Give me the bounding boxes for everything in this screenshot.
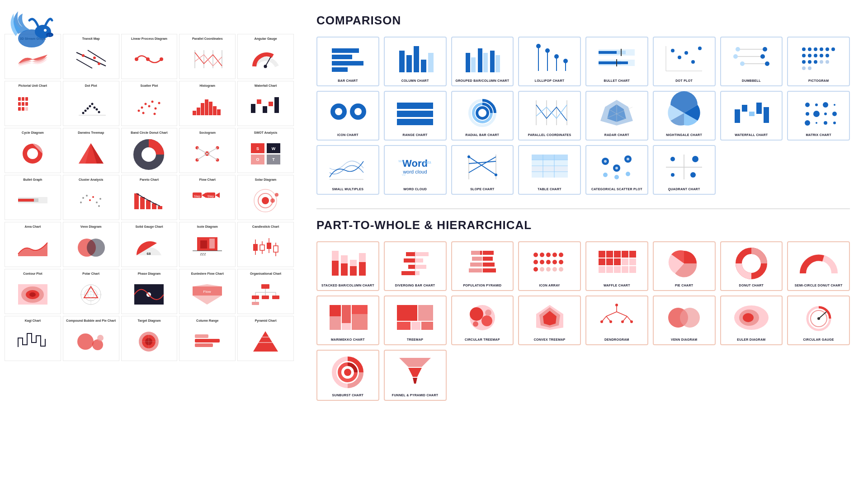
catalog-item-label: STACKED BAR/COLUMN CHART xyxy=(321,283,374,287)
chart-card-parallel-coords[interactable]: Parallel Coordinates xyxy=(179,34,236,79)
chart-card-eulerflow[interactable]: Eunledere Flow Chart Flow xyxy=(179,269,236,314)
catalog-funnel[interactable]: FUNNEL & PYRAMID CHART xyxy=(384,350,447,401)
catalog-pictogram[interactable]: PICTOGRAM xyxy=(787,37,850,86)
chart-card-org[interactable]: Organisational Chart xyxy=(237,269,294,314)
catalog-bar-chart[interactable]: BAR CHART xyxy=(316,37,379,86)
chart-card-bullet[interactable]: Bullet Graph xyxy=(5,175,61,220)
catalog-waffle[interactable]: WAFFLE CHART xyxy=(585,241,648,291)
catalog-euler[interactable]: EULER DIAGRAM xyxy=(720,296,783,345)
chart-card-compound[interactable]: Compound Bubble and Pie Chart xyxy=(63,316,119,361)
svg-point-37 xyxy=(95,108,98,111)
catalog-semi-donut[interactable]: SEMI-CIRCLE DONUT CHART xyxy=(787,241,850,291)
chart-card-polar[interactable]: Polar Chart xyxy=(63,269,119,314)
chart-card-histogram[interactable]: Histogram xyxy=(179,81,236,126)
chart-visual xyxy=(8,89,58,123)
svg-text:S: S xyxy=(256,146,259,151)
svg-point-222 xyxy=(808,60,811,64)
catalog-range-chart[interactable]: RANGE CHART xyxy=(384,91,447,141)
svg-rect-277 xyxy=(532,155,568,160)
catalog-column-chart[interactable]: COLUMN CHART xyxy=(384,37,447,86)
chart-card-isole[interactable]: Isole Diagram ZZZ xyxy=(179,222,236,267)
catalog-diverging-bar[interactable]: DIVERGING BAR CHART xyxy=(384,241,447,291)
chart-card-angular-gauge[interactable]: Angular Gauge xyxy=(237,34,294,79)
catalog-lollipop[interactable]: LOLLIPOP CHART xyxy=(518,37,581,86)
chart-card-pictorial[interactable]: Pictorial Unit Chart xyxy=(5,81,61,126)
chart-card-solar[interactable]: Solar Diagram xyxy=(237,175,294,220)
chart-card-band-circle[interactable]: Band Circle Donut Chart xyxy=(121,128,178,173)
chart-preview xyxy=(521,41,578,76)
catalog-radar[interactable]: RADAR CHART xyxy=(585,91,648,141)
catalog-donut[interactable]: DONUT CHART xyxy=(720,241,783,291)
svg-point-86 xyxy=(86,195,88,197)
catalog-grouped-bar[interactable]: GROUPED BAR/COLUMN CHART xyxy=(451,37,514,86)
chart-card-solid-gauge[interactable]: Solid Gauge Chart 68 xyxy=(121,222,178,267)
catalog-circular-gauge[interactable]: CIRCULAR GAUGE xyxy=(787,296,850,345)
chart-card-phase[interactable]: Phase Diagram xyxy=(121,269,178,314)
chart-card-linear-process[interactable]: Linear Process Diagram xyxy=(121,34,178,79)
chart-card-darwin-treemap[interactable]: Darwins Treemap xyxy=(63,128,119,173)
svg-point-338 xyxy=(540,267,544,272)
catalog-treemap[interactable]: TREEMAP xyxy=(384,296,447,345)
svg-point-43 xyxy=(151,101,154,103)
chart-visual xyxy=(124,42,175,76)
chart-card-column-range[interactable]: Column Range xyxy=(179,316,236,361)
chart-preview xyxy=(319,41,377,76)
catalog-marimekko[interactable]: MARIMEKKO CHART xyxy=(316,296,379,345)
catalog-sunburst[interactable]: SUNBURST CHART xyxy=(316,350,379,401)
catalog-matrix[interactable]: MATRIX CHART xyxy=(787,91,850,141)
catalog-word-cloud[interactable]: Word word cloud text data viz WORD CLOUD xyxy=(384,145,447,195)
svg-text:O: O xyxy=(256,157,259,162)
svg-point-199 xyxy=(691,60,695,64)
chart-card-cluster[interactable]: Cluster Analysis xyxy=(63,175,119,220)
chart-card-contour[interactable]: Contour Plot xyxy=(5,269,61,314)
catalog-radial-bar[interactable]: RADIAL BAR CHART xyxy=(451,91,514,141)
catalog-waterfall[interactable]: WATERFALL CHART xyxy=(720,91,783,141)
chart-card-swot[interactable]: SWOT Analysis S W O T xyxy=(237,128,294,173)
svg-point-219 xyxy=(820,54,823,57)
svg-point-253 xyxy=(815,103,818,106)
chart-card-sociogram[interactable]: Sociogram xyxy=(179,128,236,173)
svg-point-373 xyxy=(473,321,478,327)
catalog-population-pyramid[interactable]: POPULATION PYRAMID xyxy=(451,241,514,291)
chart-card-kagi[interactable]: Kagi Chart xyxy=(5,316,61,361)
chart-card-target[interactable]: Target Diagram xyxy=(121,316,178,361)
catalog-nightingale[interactable]: NIGHTINGALE CHART xyxy=(653,91,716,141)
catalog-parallel-coords[interactable]: PARALLEL COORDINATES xyxy=(518,91,581,141)
chart-card-waterfall[interactable]: Waterfall Chart xyxy=(237,81,294,126)
catalog-quadrant[interactable]: QUADRANT CHART xyxy=(653,145,716,195)
catalog-table[interactable]: TABLE CHART xyxy=(518,145,581,195)
chart-card-dot-plot[interactable]: Dot Plot xyxy=(63,81,119,126)
svg-point-151 xyxy=(97,335,104,341)
chart-card-area[interactable]: Area Chart xyxy=(5,222,61,267)
catalog-small-multiples[interactable]: SMALL MULTIPLES xyxy=(316,145,379,195)
catalog-venn[interactable]: VENN DIAGRAM xyxy=(653,296,716,345)
catalog-pie[interactable]: PIE CHART xyxy=(653,241,716,291)
catalog-stacked-bar[interactable]: STACKED BAR/COLUMN CHART xyxy=(316,241,379,291)
svg-rect-281 xyxy=(532,166,568,172)
chart-card-pyramid[interactable]: Pyramid Chart xyxy=(237,316,294,361)
catalog-item-label: ICON ARRAY xyxy=(539,283,560,287)
chart-card-flow[interactable]: Flow Chart Step Step xyxy=(179,175,236,220)
svg-rect-232 xyxy=(397,103,433,109)
catalog-categorical-scatter[interactable]: CATEGORICAL SCATTER PLOT xyxy=(585,145,648,195)
catalog-bullet[interactable]: BULLET CHART xyxy=(585,37,648,86)
catalog-dot-plot[interactable]: DOT PLOT xyxy=(653,37,716,86)
chart-card-venn[interactable]: Venn Diagram xyxy=(63,222,119,267)
catalog-dumbbell[interactable]: DUMBBELL xyxy=(720,37,783,86)
catalog-convex-treemap[interactable]: CONVEX TREEMAP xyxy=(518,296,581,345)
catalog-circular-treemap[interactable]: CIRCULAR TREEMAP xyxy=(451,296,514,345)
catalog-icon-chart[interactable]: ICON CHART xyxy=(316,91,379,141)
chart-card-scatter[interactable]: Scatter Plot xyxy=(121,81,178,126)
chart-card-candlestick[interactable]: Candlestick Chart xyxy=(237,222,294,267)
chart-card-transit[interactable]: Transit Map xyxy=(63,34,119,79)
catalog-icon-array[interactable]: ICON ARRAY xyxy=(518,241,581,291)
svg-point-181 xyxy=(545,48,550,53)
catalog-item-label: RANGE CHART xyxy=(403,133,428,137)
catalog-dendrogram[interactable]: DENDROGRAM xyxy=(585,296,648,345)
chart-card-pareto[interactable]: Pareto Chart xyxy=(121,175,178,220)
catalog-slope[interactable]: SLOPE CHART xyxy=(451,145,514,195)
chart-card-cycle[interactable]: Cycle Diagram xyxy=(5,128,61,173)
svg-rect-188 xyxy=(599,51,617,54)
catalog-item-label: CIRCULAR GAUGE xyxy=(803,338,834,342)
svg-rect-248 xyxy=(742,105,747,112)
